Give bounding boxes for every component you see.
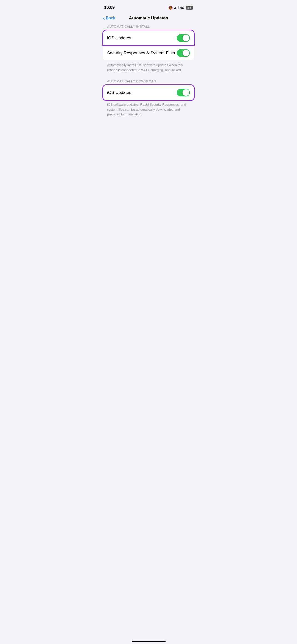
ios-updates-download-card: iOS Updates bbox=[103, 85, 194, 100]
ios-updates-download-row-highlight: iOS Updates bbox=[103, 85, 194, 100]
signal-bar-1 bbox=[174, 8, 175, 9]
auto-download-section: AUTOMATICALLY DOWNLOAD iOS Updates iOS s… bbox=[103, 79, 194, 122]
ios-updates-install-label: iOS Updates bbox=[107, 36, 131, 41]
page-title: Automatic Updates bbox=[129, 16, 168, 21]
ios-updates-install-row: iOS Updates bbox=[103, 30, 194, 45]
auto-install-header: AUTOMATICALLY INSTALL bbox=[103, 25, 194, 28]
security-responses-toggle[interactable] bbox=[177, 49, 190, 57]
signal-bars bbox=[174, 6, 179, 9]
content-area: AUTOMATICALLY INSTALL iOS Updates Securi… bbox=[99, 25, 198, 122]
status-bar: 10:09 🔕 4G 34 bbox=[99, 0, 198, 14]
ios-updates-install-row-highlight: iOS Updates bbox=[103, 30, 194, 45]
auto-install-section: AUTOMATICALLY INSTALL iOS Updates Securi… bbox=[103, 25, 194, 77]
auto-install-footer: Automatically install iOS software updat… bbox=[103, 60, 194, 77]
nav-bar: ‹ Back Automatic Updates bbox=[99, 14, 198, 25]
security-responses-row: Security Responses & System Files bbox=[103, 46, 194, 60]
mute-icon: 🔕 bbox=[168, 6, 173, 10]
ios-updates-download-row: iOS Updates bbox=[103, 85, 194, 100]
status-icons: 🔕 4G 34 bbox=[168, 6, 193, 10]
toggle-knob-3 bbox=[183, 89, 189, 96]
ios-updates-install-toggle[interactable] bbox=[177, 34, 190, 42]
back-chevron-icon: ‹ bbox=[103, 15, 105, 21]
auto-download-header: AUTOMATICALLY DOWNLOAD bbox=[103, 79, 194, 83]
ios-updates-download-toggle[interactable] bbox=[177, 89, 190, 96]
signal-bar-2 bbox=[175, 7, 176, 9]
status-time: 10:09 bbox=[104, 5, 115, 10]
security-responses-card: Security Responses & System Files bbox=[103, 45, 194, 60]
battery-indicator: 34 bbox=[186, 6, 193, 10]
back-button[interactable]: ‹ Back bbox=[103, 15, 115, 21]
signal-bar-4 bbox=[178, 6, 179, 9]
back-label[interactable]: Back bbox=[106, 16, 115, 21]
ios-updates-install-card: iOS Updates bbox=[103, 30, 194, 45]
battery-level-text: 34 bbox=[188, 6, 191, 9]
toggle-knob bbox=[183, 35, 189, 41]
security-responses-label: Security Responses & System Files bbox=[107, 51, 175, 56]
signal-bar-3 bbox=[177, 7, 177, 9]
ios-updates-download-label: iOS Updates bbox=[107, 90, 131, 95]
toggle-knob-2 bbox=[183, 50, 189, 56]
auto-download-footer: iOS software updates, Rapid Security Res… bbox=[103, 100, 194, 122]
network-label: 4G bbox=[180, 6, 184, 10]
